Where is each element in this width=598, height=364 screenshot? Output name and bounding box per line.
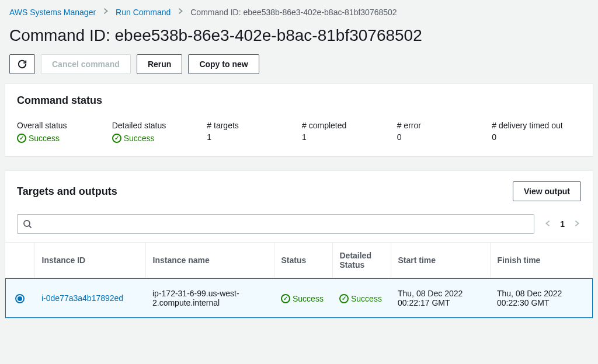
- cell-start-time: Thu, 08 Dec 2022 00:22:17 GMT: [391, 278, 490, 318]
- cell-instance-name: ip-172-31-6-99.us-west-2.compute.interna…: [145, 278, 274, 318]
- svg-point-0: [24, 220, 30, 226]
- targets-heading: Targets and outputs: [17, 186, 117, 198]
- status-error: # error 0: [397, 121, 486, 143]
- cell-finish-time: Thu, 08 Dec 2022 00:22:30 GMT: [490, 278, 593, 318]
- success-icon: [17, 134, 26, 143]
- status-targets: # targets 1: [207, 121, 296, 143]
- column-status[interactable]: Status: [274, 243, 332, 278]
- column-start-time[interactable]: Start time: [391, 243, 490, 278]
- command-status-panel: Command status Overall status Success De…: [5, 83, 593, 156]
- status-delivery-timed-out: # delivery timed out 0: [492, 121, 581, 143]
- status-value: Success: [112, 134, 155, 143]
- status-label: # targets: [207, 121, 296, 130]
- rerun-button[interactable]: Rerun: [137, 54, 182, 74]
- refresh-button[interactable]: [9, 54, 35, 74]
- status-completed: # completed 1: [302, 121, 391, 143]
- status-detailed: Detailed status Success: [112, 121, 201, 143]
- status-row: Overall status Success Detailed status S…: [5, 111, 593, 156]
- breadcrumb-link-systems-manager[interactable]: AWS Systems Manager: [9, 8, 96, 17]
- search-icon: [23, 219, 32, 229]
- column-finish-time[interactable]: Finish time: [490, 243, 593, 278]
- status-label: Detailed status: [112, 121, 201, 130]
- chevron-right-icon: [176, 7, 185, 17]
- status-label: # delivery timed out: [492, 121, 581, 130]
- pager: 1: [544, 219, 581, 229]
- copy-to-new-button[interactable]: Copy to new: [188, 54, 259, 74]
- status-label: # completed: [302, 121, 391, 130]
- success-icon: [339, 294, 349, 303]
- column-instance-name[interactable]: Instance name: [145, 243, 274, 278]
- toolbar: Cancel command Rerun Copy to new: [0, 54, 598, 83]
- status-value: Success: [17, 134, 60, 143]
- breadcrumb-link-run-command[interactable]: Run Command: [116, 8, 171, 17]
- cancel-command-button: Cancel command: [41, 54, 131, 74]
- status-value: 0: [492, 132, 581, 142]
- breadcrumb: AWS Systems Manager Run Command Command …: [0, 0, 598, 24]
- instance-id-link[interactable]: i-0de77a3a4b17892ed: [41, 293, 123, 303]
- refresh-icon: [17, 59, 27, 69]
- column-select: [5, 243, 34, 278]
- command-status-heading: Command status: [17, 94, 102, 107]
- cell-detailed-status: Success: [339, 294, 382, 303]
- row-radio[interactable]: [15, 294, 25, 303]
- targets-panel: Targets and outputs View output 1: [5, 170, 593, 318]
- breadcrumb-current: Command ID: ebee538b-86e3-402e-b8ac-81bf…: [190, 8, 397, 17]
- status-value: 0: [397, 132, 486, 142]
- status-value: 1: [207, 132, 296, 142]
- chevron-right-icon: [102, 7, 110, 17]
- page-title: Command ID: ebee538b-86e3-402e-b8ac-81bf…: [0, 24, 598, 54]
- status-label: Overall status: [17, 121, 106, 130]
- status-label: # error: [397, 121, 486, 130]
- status-overall: Overall status Success: [17, 121, 106, 143]
- success-icon: [281, 294, 290, 303]
- success-icon: [112, 134, 121, 143]
- search-wrap: [17, 214, 534, 234]
- table-row[interactable]: i-0de77a3a4b17892ed ip-172-31-6-99.us-we…: [5, 278, 593, 318]
- column-detailed-status[interactable]: Detailed Status: [332, 243, 391, 278]
- targets-table: Instance ID Instance name Status Detaile…: [5, 242, 593, 318]
- column-instance-id[interactable]: Instance ID: [34, 243, 145, 278]
- status-value: 1: [302, 132, 391, 142]
- cell-status: Success: [281, 294, 324, 303]
- prev-page-button[interactable]: [544, 219, 552, 229]
- view-output-button[interactable]: View output: [513, 181, 581, 201]
- page-number: 1: [560, 219, 565, 229]
- search-input[interactable]: [17, 214, 534, 234]
- next-page-button[interactable]: [573, 219, 581, 229]
